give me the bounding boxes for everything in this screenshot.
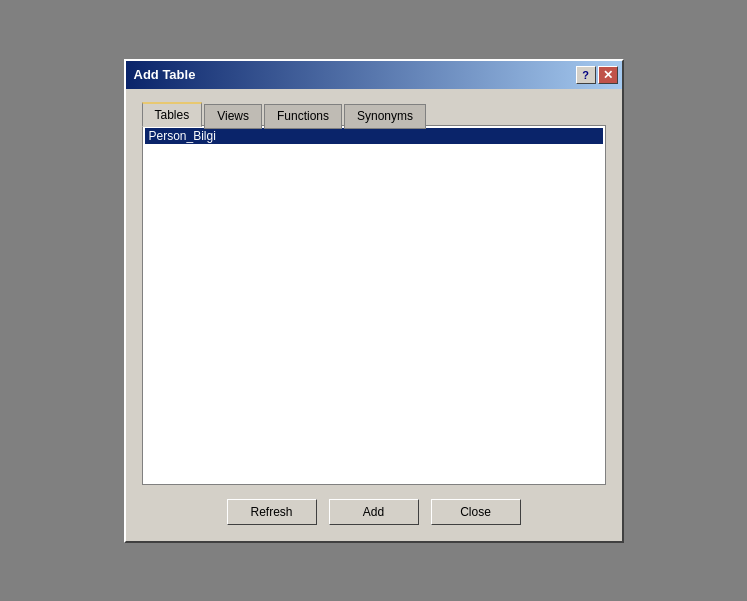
refresh-button[interactable]: Refresh: [227, 499, 317, 525]
tab-synonyms[interactable]: Synonyms: [344, 104, 426, 129]
tab-views[interactable]: Views: [204, 104, 262, 129]
buttons-row: Refresh Add Close: [142, 499, 606, 525]
tab-functions[interactable]: Functions: [264, 104, 342, 129]
window-close-button[interactable]: ✕: [598, 66, 618, 84]
dialog-window: Add Table ? ✕ Tables Views Functions Syn…: [124, 59, 624, 543]
title-bar: Add Table ? ✕: [126, 61, 622, 89]
tab-tables[interactable]: Tables: [142, 102, 203, 127]
add-button[interactable]: Add: [329, 499, 419, 525]
table-list[interactable]: Person_Bilgi: [142, 125, 606, 485]
dialog-title: Add Table: [134, 67, 196, 82]
tabs-container: Tables Views Functions Synonyms: [142, 101, 606, 126]
list-item[interactable]: Person_Bilgi: [145, 128, 603, 144]
dialog-content: Tables Views Functions Synonyms Person_B…: [126, 89, 622, 541]
help-button[interactable]: ?: [576, 66, 596, 84]
title-bar-buttons: ? ✕: [576, 66, 618, 84]
close-button[interactable]: Close: [431, 499, 521, 525]
